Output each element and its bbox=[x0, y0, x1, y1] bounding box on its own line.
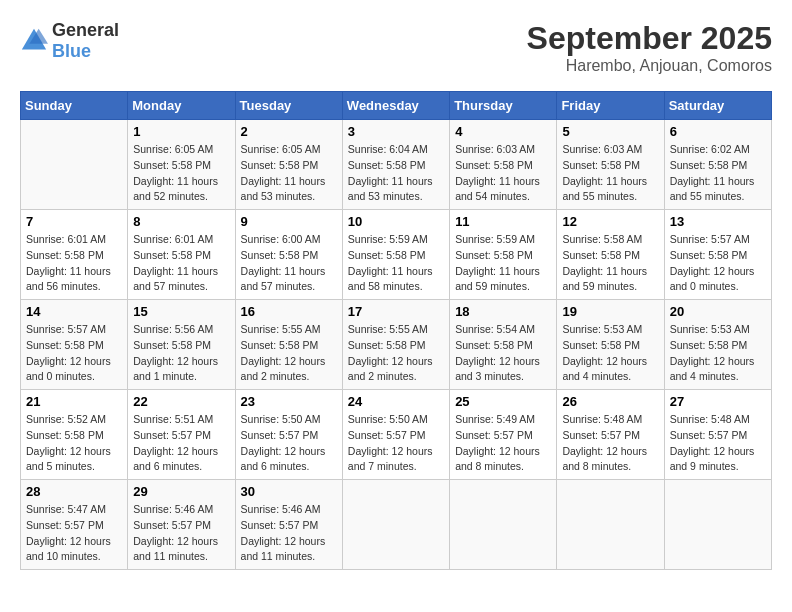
day-info: Sunrise: 5:50 AM Sunset: 5:57 PM Dayligh… bbox=[241, 412, 337, 475]
header-tuesday: Tuesday bbox=[235, 92, 342, 120]
day-info: Sunrise: 5:48 AM Sunset: 5:57 PM Dayligh… bbox=[562, 412, 658, 475]
day-info: Sunrise: 5:46 AM Sunset: 5:57 PM Dayligh… bbox=[133, 502, 229, 565]
day-info: Sunrise: 5:53 AM Sunset: 5:58 PM Dayligh… bbox=[670, 322, 766, 385]
day-number: 9 bbox=[241, 214, 337, 229]
calendar-cell: 30Sunrise: 5:46 AM Sunset: 5:57 PM Dayli… bbox=[235, 480, 342, 570]
calendar-cell: 3Sunrise: 6:04 AM Sunset: 5:58 PM Daylig… bbox=[342, 120, 449, 210]
header-friday: Friday bbox=[557, 92, 664, 120]
day-number: 11 bbox=[455, 214, 551, 229]
calendar-cell: 10Sunrise: 5:59 AM Sunset: 5:58 PM Dayli… bbox=[342, 210, 449, 300]
calendar-cell: 2Sunrise: 6:05 AM Sunset: 5:58 PM Daylig… bbox=[235, 120, 342, 210]
calendar-cell bbox=[664, 480, 771, 570]
day-number: 3 bbox=[348, 124, 444, 139]
day-info: Sunrise: 5:55 AM Sunset: 5:58 PM Dayligh… bbox=[348, 322, 444, 385]
calendar-cell bbox=[21, 120, 128, 210]
calendar-cell: 21Sunrise: 5:52 AM Sunset: 5:58 PM Dayli… bbox=[21, 390, 128, 480]
calendar-cell: 5Sunrise: 6:03 AM Sunset: 5:58 PM Daylig… bbox=[557, 120, 664, 210]
week-row-4: 21Sunrise: 5:52 AM Sunset: 5:58 PM Dayli… bbox=[21, 390, 772, 480]
day-number: 27 bbox=[670, 394, 766, 409]
week-row-1: 1Sunrise: 6:05 AM Sunset: 5:58 PM Daylig… bbox=[21, 120, 772, 210]
week-row-5: 28Sunrise: 5:47 AM Sunset: 5:57 PM Dayli… bbox=[21, 480, 772, 570]
day-number: 24 bbox=[348, 394, 444, 409]
day-info: Sunrise: 5:57 AM Sunset: 5:58 PM Dayligh… bbox=[670, 232, 766, 295]
day-number: 15 bbox=[133, 304, 229, 319]
calendar-cell: 12Sunrise: 5:58 AM Sunset: 5:58 PM Dayli… bbox=[557, 210, 664, 300]
calendar-cell: 6Sunrise: 6:02 AM Sunset: 5:58 PM Daylig… bbox=[664, 120, 771, 210]
day-info: Sunrise: 6:05 AM Sunset: 5:58 PM Dayligh… bbox=[133, 142, 229, 205]
header-monday: Monday bbox=[128, 92, 235, 120]
calendar-cell: 27Sunrise: 5:48 AM Sunset: 5:57 PM Dayli… bbox=[664, 390, 771, 480]
calendar-cell: 22Sunrise: 5:51 AM Sunset: 5:57 PM Dayli… bbox=[128, 390, 235, 480]
page-subtitle: Harembo, Anjouan, Comoros bbox=[527, 57, 772, 75]
header-sunday: Sunday bbox=[21, 92, 128, 120]
day-number: 5 bbox=[562, 124, 658, 139]
calendar-table: SundayMondayTuesdayWednesdayThursdayFrid… bbox=[20, 91, 772, 570]
calendar-cell: 1Sunrise: 6:05 AM Sunset: 5:58 PM Daylig… bbox=[128, 120, 235, 210]
logo: General Blue bbox=[20, 20, 119, 62]
calendar-cell: 14Sunrise: 5:57 AM Sunset: 5:58 PM Dayli… bbox=[21, 300, 128, 390]
day-info: Sunrise: 5:51 AM Sunset: 5:57 PM Dayligh… bbox=[133, 412, 229, 475]
day-number: 12 bbox=[562, 214, 658, 229]
day-number: 19 bbox=[562, 304, 658, 319]
day-info: Sunrise: 5:48 AM Sunset: 5:57 PM Dayligh… bbox=[670, 412, 766, 475]
day-info: Sunrise: 5:54 AM Sunset: 5:58 PM Dayligh… bbox=[455, 322, 551, 385]
day-number: 30 bbox=[241, 484, 337, 499]
week-row-3: 14Sunrise: 5:57 AM Sunset: 5:58 PM Dayli… bbox=[21, 300, 772, 390]
day-number: 23 bbox=[241, 394, 337, 409]
page-title: September 2025 bbox=[527, 20, 772, 57]
day-info: Sunrise: 5:46 AM Sunset: 5:57 PM Dayligh… bbox=[241, 502, 337, 565]
calendar-cell: 29Sunrise: 5:46 AM Sunset: 5:57 PM Dayli… bbox=[128, 480, 235, 570]
day-number: 6 bbox=[670, 124, 766, 139]
header-wednesday: Wednesday bbox=[342, 92, 449, 120]
calendar-cell: 11Sunrise: 5:59 AM Sunset: 5:58 PM Dayli… bbox=[450, 210, 557, 300]
calendar-cell: 28Sunrise: 5:47 AM Sunset: 5:57 PM Dayli… bbox=[21, 480, 128, 570]
day-info: Sunrise: 5:56 AM Sunset: 5:58 PM Dayligh… bbox=[133, 322, 229, 385]
calendar-cell: 17Sunrise: 5:55 AM Sunset: 5:58 PM Dayli… bbox=[342, 300, 449, 390]
day-info: Sunrise: 6:04 AM Sunset: 5:58 PM Dayligh… bbox=[348, 142, 444, 205]
day-info: Sunrise: 5:53 AM Sunset: 5:58 PM Dayligh… bbox=[562, 322, 658, 385]
day-number: 17 bbox=[348, 304, 444, 319]
day-number: 7 bbox=[26, 214, 122, 229]
day-number: 16 bbox=[241, 304, 337, 319]
day-info: Sunrise: 5:57 AM Sunset: 5:58 PM Dayligh… bbox=[26, 322, 122, 385]
header-thursday: Thursday bbox=[450, 92, 557, 120]
day-info: Sunrise: 5:55 AM Sunset: 5:58 PM Dayligh… bbox=[241, 322, 337, 385]
page-header: General Blue September 2025 Harembo, Anj… bbox=[20, 20, 772, 75]
day-info: Sunrise: 6:00 AM Sunset: 5:58 PM Dayligh… bbox=[241, 232, 337, 295]
calendar-cell bbox=[557, 480, 664, 570]
day-number: 21 bbox=[26, 394, 122, 409]
day-info: Sunrise: 6:01 AM Sunset: 5:58 PM Dayligh… bbox=[133, 232, 229, 295]
day-number: 2 bbox=[241, 124, 337, 139]
day-info: Sunrise: 5:59 AM Sunset: 5:58 PM Dayligh… bbox=[348, 232, 444, 295]
day-number: 8 bbox=[133, 214, 229, 229]
calendar-cell: 8Sunrise: 6:01 AM Sunset: 5:58 PM Daylig… bbox=[128, 210, 235, 300]
day-number: 20 bbox=[670, 304, 766, 319]
logo-text-general: General bbox=[52, 20, 119, 40]
day-info: Sunrise: 6:01 AM Sunset: 5:58 PM Dayligh… bbox=[26, 232, 122, 295]
day-info: Sunrise: 6:05 AM Sunset: 5:58 PM Dayligh… bbox=[241, 142, 337, 205]
logo-text-blue: Blue bbox=[52, 41, 91, 61]
calendar-cell bbox=[342, 480, 449, 570]
calendar-cell: 23Sunrise: 5:50 AM Sunset: 5:57 PM Dayli… bbox=[235, 390, 342, 480]
day-number: 13 bbox=[670, 214, 766, 229]
logo-icon bbox=[20, 27, 48, 55]
calendar-cell: 19Sunrise: 5:53 AM Sunset: 5:58 PM Dayli… bbox=[557, 300, 664, 390]
day-number: 22 bbox=[133, 394, 229, 409]
calendar-cell: 15Sunrise: 5:56 AM Sunset: 5:58 PM Dayli… bbox=[128, 300, 235, 390]
day-info: Sunrise: 5:59 AM Sunset: 5:58 PM Dayligh… bbox=[455, 232, 551, 295]
day-info: Sunrise: 5:47 AM Sunset: 5:57 PM Dayligh… bbox=[26, 502, 122, 565]
day-info: Sunrise: 6:03 AM Sunset: 5:58 PM Dayligh… bbox=[562, 142, 658, 205]
day-info: Sunrise: 6:03 AM Sunset: 5:58 PM Dayligh… bbox=[455, 142, 551, 205]
day-number: 29 bbox=[133, 484, 229, 499]
calendar-cell: 20Sunrise: 5:53 AM Sunset: 5:58 PM Dayli… bbox=[664, 300, 771, 390]
day-number: 4 bbox=[455, 124, 551, 139]
day-number: 14 bbox=[26, 304, 122, 319]
day-number: 18 bbox=[455, 304, 551, 319]
calendar-cell: 13Sunrise: 5:57 AM Sunset: 5:58 PM Dayli… bbox=[664, 210, 771, 300]
day-number: 28 bbox=[26, 484, 122, 499]
calendar-cell: 18Sunrise: 5:54 AM Sunset: 5:58 PM Dayli… bbox=[450, 300, 557, 390]
calendar-cell: 24Sunrise: 5:50 AM Sunset: 5:57 PM Dayli… bbox=[342, 390, 449, 480]
day-number: 10 bbox=[348, 214, 444, 229]
day-number: 1 bbox=[133, 124, 229, 139]
header-saturday: Saturday bbox=[664, 92, 771, 120]
